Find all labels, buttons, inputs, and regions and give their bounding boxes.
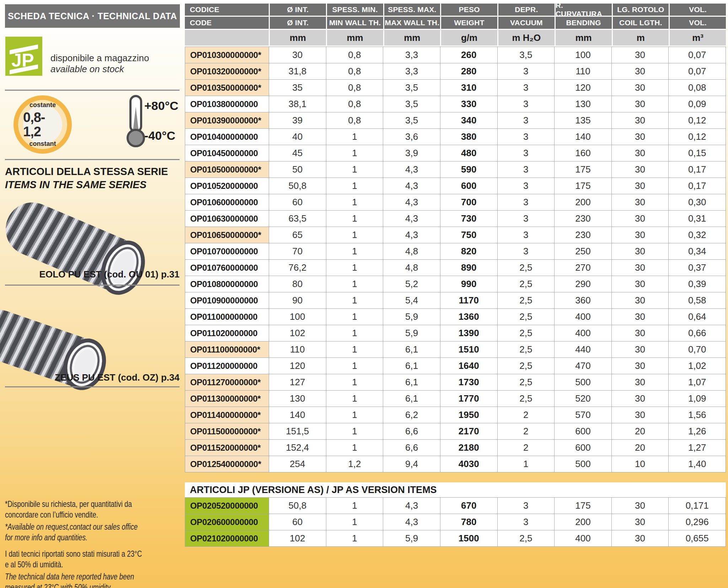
value-cell: 2: [498, 407, 555, 423]
code-cell: OP010900000000: [185, 292, 269, 309]
header-cell: COIL LGTH.: [613, 17, 669, 29]
value-cell: 4,3: [383, 194, 440, 211]
table-row: OP011520000000*152,416,621802600201,27: [185, 440, 726, 456]
value-cell: 135: [555, 112, 612, 129]
value-cell: 1: [326, 341, 384, 358]
value-cell: 2170: [440, 423, 498, 440]
value-cell: 400: [555, 309, 612, 325]
value-cell: 570: [555, 407, 612, 423]
value-cell: 100: [555, 47, 612, 63]
table-row: OP010390000000*390,83,53403135300,12: [185, 112, 726, 129]
value-cell: 3,6: [383, 129, 440, 145]
value-cell: 3: [498, 211, 555, 227]
value-cell: 30: [612, 358, 669, 374]
value-cell: 0,37: [669, 260, 726, 276]
divider: [5, 285, 180, 286]
value-cell: 4,8: [383, 260, 440, 276]
value-cell: 380: [440, 129, 498, 145]
value-cell: 30: [612, 341, 669, 358]
value-cell: 30: [612, 292, 669, 309]
series-title-en: ITEMS IN THE SAME SERIES: [5, 178, 168, 191]
constant-pressure-badge: costante 0,8-1,2 constant: [14, 95, 72, 154]
value-cell: 0,8: [326, 47, 384, 63]
value-cell: 80: [269, 276, 326, 292]
value-cell: 1: [326, 374, 384, 391]
value-cell: 1: [498, 456, 555, 472]
header-cell: R. CURVATURA: [556, 4, 612, 16]
value-cell: 4,3: [383, 498, 440, 514]
footnotes: *Disponibile su richiesta, per quantitat…: [5, 499, 182, 588]
header-cell: CODICE: [185, 4, 269, 16]
value-cell: 1: [326, 440, 384, 456]
value-cell: 1: [326, 358, 384, 374]
value-cell: 30: [612, 530, 669, 547]
table-row: OP0104000000004013,63803140300,12: [185, 129, 726, 145]
value-cell: 1,56: [669, 407, 726, 423]
divider: [5, 159, 180, 160]
value-cell: 0,8: [326, 63, 384, 80]
code-cell: OP010520000000: [185, 178, 269, 194]
header-cell: Ø INT.: [270, 4, 326, 16]
value-cell: 1770: [440, 391, 498, 407]
value-cell: 120: [555, 80, 612, 96]
value-cell: 1360: [440, 309, 498, 325]
value-cell: 270: [555, 260, 612, 276]
value-cell: 102: [269, 530, 326, 547]
value-cell: 140: [555, 129, 612, 145]
value-cell: 175: [555, 498, 612, 514]
value-cell: 4,3: [383, 178, 440, 194]
table-row: OP010300000000*300,83,32603,5100300,07: [185, 47, 726, 63]
series-item-caption: ZEUS PU EST (cod. OZ) p.34: [5, 372, 180, 383]
value-cell: 38,1: [269, 96, 326, 112]
value-cell: 10: [612, 456, 669, 472]
value-cell: 200: [555, 194, 612, 211]
table-row: OP01100000000010015,913602,5400300,64: [185, 309, 726, 325]
value-cell: 175: [555, 178, 612, 194]
table-row: OP011100000000*11016,115102,5440300,70: [185, 341, 726, 358]
value-cell: 1,02: [669, 358, 726, 374]
value-cell: 2: [498, 440, 555, 456]
value-cell: 5,9: [383, 530, 440, 547]
value-cell: 30: [612, 498, 669, 514]
header-cell: CODE: [185, 17, 269, 29]
value-cell: 4,3: [383, 514, 440, 530]
value-cell: 0,8: [326, 80, 384, 96]
code-cell: OP011500000000*: [185, 423, 269, 440]
value-cell: 30: [612, 325, 669, 341]
value-cell: 50,8: [269, 498, 326, 514]
value-cell: 1: [326, 243, 384, 260]
value-cell: 600: [440, 178, 498, 194]
value-cell: 500: [555, 456, 612, 472]
divider: [5, 386, 180, 387]
value-cell: 30: [612, 374, 669, 391]
table-row: OP0108000000008015,29902,5290300,39: [185, 276, 726, 292]
unit-cell: m³: [670, 30, 726, 46]
value-cell: 5,9: [383, 309, 440, 325]
code-cell: OP011200000000: [185, 358, 269, 374]
hose-photo-eolo: [0, 194, 149, 299]
value-cell: 152,4: [269, 440, 326, 456]
value-cell: 127: [269, 374, 326, 391]
value-cell: 1: [326, 260, 384, 276]
value-cell: 60: [269, 194, 326, 211]
value-cell: 6,2: [383, 407, 440, 423]
value-cell: 1,2: [326, 456, 384, 472]
value-cell: 0,07: [669, 63, 726, 80]
header-cell: WEIGHT: [441, 17, 497, 29]
value-cell: 440: [555, 341, 612, 358]
value-cell: 3,5: [383, 96, 440, 112]
code-cell: OP010320000000*: [185, 63, 269, 80]
value-cell: 1: [326, 292, 384, 309]
value-cell: 1: [326, 391, 384, 407]
value-cell: 290: [555, 276, 612, 292]
table-row: OP010320000000*31,80,83,32803110300,07: [185, 63, 726, 80]
value-cell: 3,3: [383, 47, 440, 63]
value-cell: 1640: [440, 358, 498, 374]
value-cell: 30: [612, 243, 669, 260]
value-cell: 0,655: [669, 530, 726, 547]
unit-cell: m H₂O: [498, 30, 555, 46]
code-cell: OP010760000000: [185, 260, 269, 276]
code-cell: OP010800000000: [185, 276, 269, 292]
header-cell: VACUUM: [498, 17, 555, 29]
footnote: *Available on request,contact our sales …: [5, 521, 182, 543]
